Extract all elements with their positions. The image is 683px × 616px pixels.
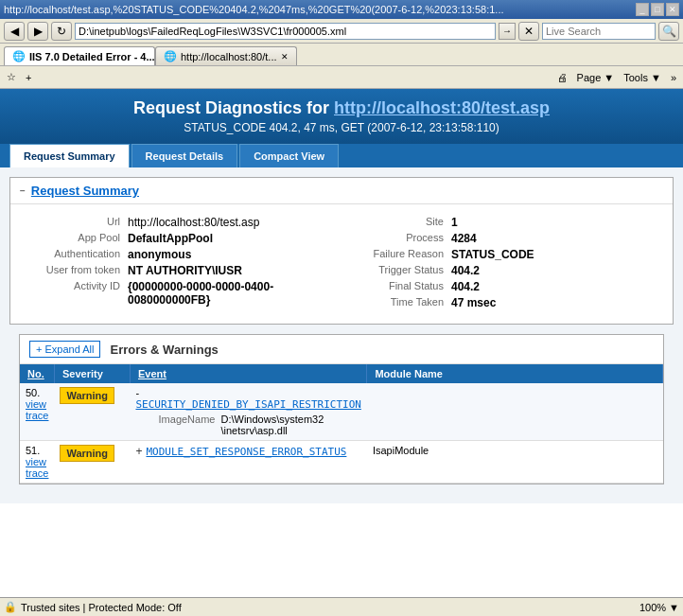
url-row: Url http://localhost:80/test.asp bbox=[24, 216, 336, 229]
page-header-title: Request Diagnostics for http://localhost… bbox=[9, 98, 674, 118]
page-header: Request Diagnostics for http://localhost… bbox=[0, 89, 683, 144]
auth-value: anonymous bbox=[128, 248, 191, 261]
row-50-warning-badge: Warning bbox=[60, 387, 114, 404]
browser-nav-bar: ◀ ▶ ↻ → ✕ 🔍 bbox=[0, 19, 683, 44]
tools-button[interactable]: Tools ▼ bbox=[621, 71, 664, 84]
status-left: 🔒 Trusted sites | Protected Mode: Off bbox=[4, 601, 182, 613]
favorites-button[interactable]: ☆ bbox=[4, 70, 19, 84]
content-area: Request Diagnostics for http://localhost… bbox=[0, 89, 683, 597]
row-50-module bbox=[367, 383, 663, 441]
row-50-event-link[interactable]: SECURITY_DENIED_BY_ISAPI_RESTRICTION bbox=[135, 398, 360, 411]
row-51-severity: Warning bbox=[54, 441, 130, 484]
tab-iis-icon: 🌐 bbox=[12, 50, 26, 62]
tab-iis-error[interactable]: 🌐 IIS 7.0 Detailed Error - 4... ✕ bbox=[4, 46, 155, 65]
stop-button[interactable]: ✕ bbox=[518, 22, 539, 41]
row-51-no: 51. view trace bbox=[20, 441, 54, 484]
status-icon: 🔒 bbox=[4, 601, 17, 613]
trigger-value: 404.2 bbox=[451, 264, 480, 277]
expand-all-button[interactable]: + Expand All bbox=[29, 341, 100, 358]
timetaken-value: 47 msec bbox=[451, 296, 496, 309]
apppool-row: App Pool DefaultAppPool bbox=[24, 232, 336, 245]
errors-table: No. Severity Event Module Name 50. view … bbox=[20, 364, 663, 484]
failure-value: STATUS_CODE bbox=[451, 248, 534, 261]
request-summary-link[interactable]: Request Summary bbox=[31, 184, 139, 198]
tab-localhost[interactable]: 🌐 http://localhost:80/t... ✕ bbox=[155, 46, 297, 65]
col-header-no[interactable]: No. bbox=[20, 364, 54, 383]
failure-label: Failure Reason bbox=[347, 248, 451, 261]
tab-localhost-label: http://localhost:80/t... bbox=[181, 51, 277, 62]
errors-header: + Expand All Errors & Warnings bbox=[20, 335, 663, 364]
tab-request-summary[interactable]: Request Summary bbox=[9, 144, 130, 167]
url-value: http://localhost:80/test.asp bbox=[128, 216, 259, 229]
page-button[interactable]: Page ▼ bbox=[574, 71, 618, 84]
close-button[interactable]: ✕ bbox=[666, 3, 679, 16]
status-right: 100% ▼ bbox=[639, 602, 679, 613]
header-url-link[interactable]: http://localhost:80/test.asp bbox=[334, 98, 550, 117]
search-button[interactable]: 🔍 bbox=[658, 22, 679, 41]
header-prefix: Request Diagnostics for bbox=[133, 98, 334, 117]
activity-row: Activity ID {00000000-0000-0000-0400-008… bbox=[24, 280, 336, 307]
collapse-icon[interactable]: − bbox=[20, 185, 26, 196]
process-value: 4284 bbox=[451, 232, 477, 245]
process-row: Process 4284 bbox=[347, 232, 659, 245]
main-content: − Request Summary Url http://localhost:8… bbox=[0, 167, 683, 503]
user-value: NT AUTHORITY\IUSR bbox=[128, 264, 242, 277]
row-50-view-trace[interactable]: view trace bbox=[26, 398, 48, 421]
address-bar[interactable] bbox=[75, 23, 496, 40]
forward-button[interactable]: ▶ bbox=[27, 22, 48, 41]
zoom-level: 100% bbox=[639, 602, 666, 613]
tab-localhost-close[interactable]: ✕ bbox=[281, 52, 289, 62]
refresh-button[interactable]: ↻ bbox=[51, 22, 72, 41]
trigger-label: Trigger Status bbox=[347, 264, 451, 277]
browser-title-text: http://localhost/test.asp,%20STATUS_CODE… bbox=[4, 4, 636, 15]
site-label: Site bbox=[347, 216, 451, 229]
auth-row: Authentication anonymous bbox=[24, 248, 336, 261]
status-text: Trusted sites | Protected Mode: Off bbox=[21, 602, 182, 613]
site-value: 1 bbox=[451, 216, 458, 229]
apppool-label: App Pool bbox=[24, 232, 128, 245]
browser-tabs-bar: 🌐 IIS 7.0 Detailed Error - 4... ✕ 🌐 http… bbox=[0, 44, 683, 66]
row-51-no-text: 51. bbox=[26, 445, 48, 456]
tab-compact-view[interactable]: Compact View bbox=[239, 144, 339, 167]
browser-title-bar: http://localhost/test.asp,%20STATUS_CODE… bbox=[0, 0, 683, 19]
tab-request-details[interactable]: Request Details bbox=[131, 144, 238, 167]
maximize-button[interactable]: □ bbox=[651, 3, 664, 16]
request-summary-section: − Request Summary Url http://localhost:8… bbox=[9, 177, 674, 325]
section-header: − Request Summary bbox=[10, 178, 673, 204]
col-header-module: Module Name bbox=[367, 364, 663, 383]
safety-button[interactable]: » bbox=[668, 71, 679, 84]
summary-grid: Url http://localhost:80/test.asp App Poo… bbox=[10, 204, 673, 324]
go-button[interactable]: → bbox=[499, 23, 516, 40]
minimize-button[interactable]: _ bbox=[636, 3, 649, 16]
failure-row: Failure Reason STATUS_CODE bbox=[347, 248, 659, 261]
browser-toolbar: ☆ + 🖨 Page ▼ Tools ▼ » bbox=[0, 66, 683, 89]
row-50-imagename-value: D:\Windows\system32\inetsrv\asp.dll bbox=[220, 414, 324, 436]
col-header-severity: Severity bbox=[54, 364, 130, 383]
user-label: User from token bbox=[24, 264, 128, 277]
row-50-imagename-row: ImageName D:\Windows\system32\inetsrv\as… bbox=[135, 414, 360, 436]
row-51-event-link[interactable]: MODULE_SET_RESPONSE_ERROR_STATUS bbox=[146, 446, 346, 458]
toolbar-right: 🖨 Page ▼ Tools ▼ » bbox=[554, 71, 679, 84]
trigger-row: Trigger Status 404.2 bbox=[347, 264, 659, 277]
zoom-button[interactable]: 100% ▼ bbox=[639, 602, 679, 613]
col-header-event[interactable]: Event bbox=[130, 364, 366, 383]
print-button[interactable]: 🖨 bbox=[554, 71, 570, 84]
status-bar: 🔒 Trusted sites | Protected Mode: Off 10… bbox=[0, 597, 683, 616]
apppool-value: DefaultAppPool bbox=[128, 232, 213, 245]
process-label: Process bbox=[347, 232, 451, 245]
errors-section: + Expand All Errors & Warnings No. Sever… bbox=[19, 334, 664, 484]
row-50-no: 50. view trace bbox=[20, 383, 54, 441]
search-input[interactable] bbox=[542, 23, 656, 40]
back-button[interactable]: ◀ bbox=[4, 22, 25, 41]
add-favorites-button[interactable]: + bbox=[23, 71, 34, 84]
errors-title: Errors & Warnings bbox=[110, 343, 218, 357]
table-row: 50. view trace Warning - SECURITY_DENIED… bbox=[20, 383, 663, 441]
row-51-event: +MODULE_SET_RESPONSE_ERROR_STATUS bbox=[130, 441, 366, 484]
row-51-warning-badge: Warning bbox=[60, 445, 114, 462]
row-50-prefix: - bbox=[135, 387, 360, 398]
row-50-imagename-label: ImageName bbox=[135, 414, 220, 436]
table-header-row: No. Severity Event Module Name bbox=[20, 364, 663, 383]
row-50-event: - SECURITY_DENIED_BY_ISAPI_RESTRICTION I… bbox=[130, 383, 366, 441]
tabs-nav: Request Summary Request Details Compact … bbox=[0, 144, 683, 167]
row-51-view-trace[interactable]: view trace bbox=[26, 456, 48, 479]
